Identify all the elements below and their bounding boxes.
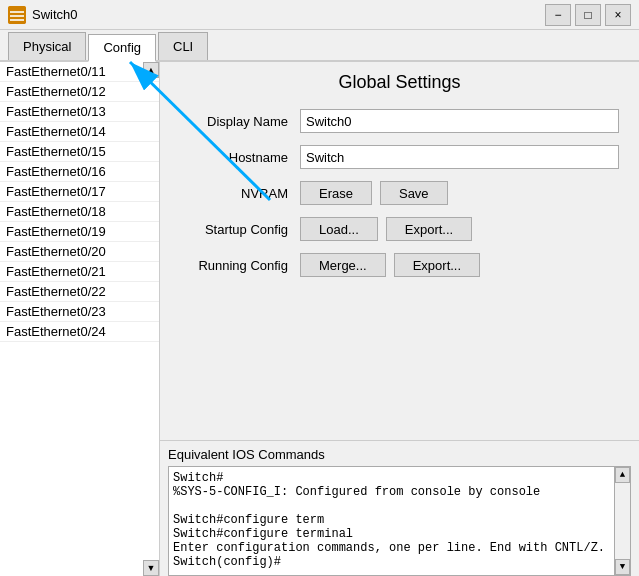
interface-list-item[interactable]: FastEthernet0/11 xyxy=(0,62,159,82)
running-merge-button[interactable]: Merge... xyxy=(300,253,386,277)
window-title: Switch0 xyxy=(32,7,545,22)
nvram-buttons: Erase Save xyxy=(300,181,619,205)
running-config-label: Running Config xyxy=(180,258,300,273)
main-content: ▲FastEthernet0/11FastEthernet0/12FastEth… xyxy=(0,62,639,576)
interface-list-item[interactable]: FastEthernet0/12 xyxy=(0,82,159,102)
ios-scroll-down-button[interactable]: ▼ xyxy=(615,559,630,575)
hostname-row: Hostname xyxy=(180,145,619,169)
svg-rect-3 xyxy=(10,19,24,21)
ios-terminal-line: Switch(config)# xyxy=(173,555,626,569)
display-name-row: Display Name xyxy=(180,109,619,133)
interface-list-item[interactable]: FastEthernet0/17 xyxy=(0,182,159,202)
nvram-erase-button[interactable]: Erase xyxy=(300,181,372,205)
minimize-button[interactable]: − xyxy=(545,4,571,26)
maximize-button[interactable]: □ xyxy=(575,4,601,26)
startup-config-row: Startup Config Load... Export... xyxy=(180,217,619,241)
ios-terminal-line xyxy=(173,499,626,513)
startup-export-button[interactable]: Export... xyxy=(386,217,472,241)
window-controls: − □ × xyxy=(545,4,631,26)
interface-sidebar: ▲FastEthernet0/11FastEthernet0/12FastEth… xyxy=(0,62,160,576)
global-settings-area: Global Settings Display Name Hostname NV… xyxy=(160,62,639,440)
interface-list-item[interactable]: FastEthernet0/22 xyxy=(0,282,159,302)
ios-terminal-line: Switch#configure term xyxy=(173,513,626,527)
tab-cli[interactable]: CLI xyxy=(158,32,208,60)
startup-load-button[interactable]: Load... xyxy=(300,217,378,241)
interface-list-item[interactable]: FastEthernet0/21 xyxy=(0,262,159,282)
running-export-button[interactable]: Export... xyxy=(394,253,480,277)
interface-list-item[interactable]: FastEthernet0/15 xyxy=(0,142,159,162)
ios-terminal-line: Switch# xyxy=(173,471,626,485)
svg-rect-2 xyxy=(10,15,24,17)
interface-list-item[interactable]: FastEthernet0/18 xyxy=(0,202,159,222)
ios-scroll-up-button[interactable]: ▲ xyxy=(615,467,630,483)
tab-bar: Physical Config CLI xyxy=(0,30,639,62)
display-name-label: Display Name xyxy=(180,114,300,129)
right-panel: Global Settings Display Name Hostname NV… xyxy=(160,62,639,576)
svg-rect-1 xyxy=(10,11,24,13)
startup-config-label: Startup Config xyxy=(180,222,300,237)
tab-physical[interactable]: Physical xyxy=(8,32,86,60)
sidebar-scroll-down-button[interactable]: ▼ xyxy=(143,560,159,576)
ios-terminal: Switch#%SYS-5-CONFIG_I: Configured from … xyxy=(168,466,631,576)
interface-list-item[interactable]: FastEthernet0/13 xyxy=(0,102,159,122)
interface-list-item[interactable]: FastEthernet0/14 xyxy=(0,122,159,142)
ios-terminal-content: Switch#%SYS-5-CONFIG_I: Configured from … xyxy=(173,471,626,571)
hostname-label: Hostname xyxy=(180,150,300,165)
interface-list-item[interactable]: FastEthernet0/24 xyxy=(0,322,159,342)
ios-terminal-line: Switch#configure terminal xyxy=(173,527,626,541)
interface-list-item[interactable]: FastEthernet0/16 xyxy=(0,162,159,182)
tab-config[interactable]: Config xyxy=(88,34,156,62)
sidebar-scroll-up-button[interactable]: ▲ xyxy=(143,62,159,78)
ios-commands-area: Equivalent IOS Commands Switch#%SYS-5-CO… xyxy=(160,440,639,576)
ios-commands-label: Equivalent IOS Commands xyxy=(168,447,631,462)
ios-scrollbar: ▲ ▼ xyxy=(614,467,630,575)
ios-terminal-line: Enter configuration commands, one per li… xyxy=(173,541,626,555)
interface-list-item[interactable]: FastEthernet0/19 xyxy=(0,222,159,242)
close-button[interactable]: × xyxy=(605,4,631,26)
nvram-row: NVRAM Erase Save xyxy=(180,181,619,205)
nvram-save-button[interactable]: Save xyxy=(380,181,448,205)
running-config-buttons: Merge... Export... xyxy=(300,253,619,277)
ios-terminal-line: %SYS-5-CONFIG_I: Configured from console… xyxy=(173,485,626,499)
interface-list-item[interactable]: FastEthernet0/20 xyxy=(0,242,159,262)
ios-scroll-track xyxy=(615,483,630,559)
display-name-input[interactable] xyxy=(300,109,619,133)
nvram-label: NVRAM xyxy=(180,186,300,201)
interface-list: ▲FastEthernet0/11FastEthernet0/12FastEth… xyxy=(0,62,159,576)
title-bar: Switch0 − □ × xyxy=(0,0,639,30)
app-icon xyxy=(8,6,26,24)
hostname-input[interactable] xyxy=(300,145,619,169)
startup-config-buttons: Load... Export... xyxy=(300,217,619,241)
interface-list-item[interactable]: FastEthernet0/23 xyxy=(0,302,159,322)
settings-title: Global Settings xyxy=(180,72,619,93)
running-config-row: Running Config Merge... Export... xyxy=(180,253,619,277)
